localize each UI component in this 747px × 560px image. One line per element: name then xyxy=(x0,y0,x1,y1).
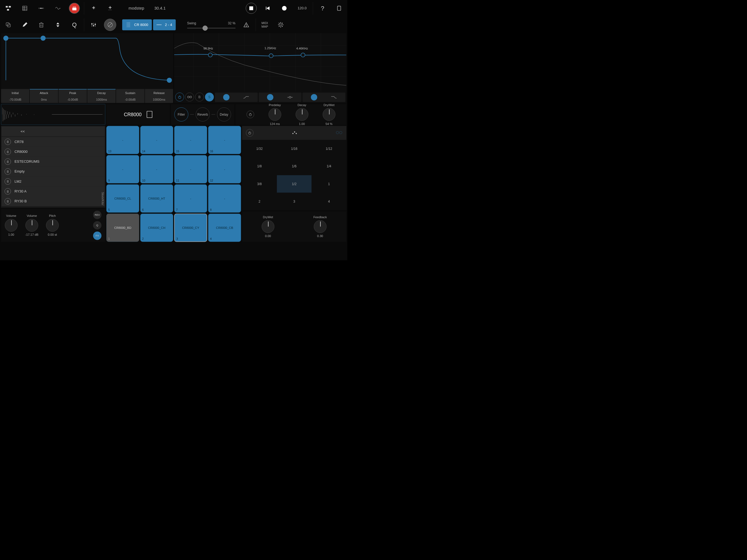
mixer-icon[interactable] xyxy=(85,17,102,33)
eq-link-button[interactable] xyxy=(185,93,194,102)
rev-button[interactable]: REV xyxy=(93,211,101,219)
fx-reverb-node[interactable]: Reverb xyxy=(196,107,210,121)
division-2[interactable]: 2 xyxy=(242,193,277,210)
division-1[interactable]: 1 xyxy=(312,175,346,193)
division-1-32[interactable]: 1/32 xyxy=(242,140,277,157)
arp-pattern-icon[interactable] xyxy=(292,131,298,135)
kit-item[interactable]: |||CR8000 xyxy=(2,147,105,157)
drum-pad-9[interactable]: -9 xyxy=(106,155,139,183)
eq-s-button[interactable]: S xyxy=(205,93,214,102)
volume-knob[interactable] xyxy=(25,219,38,232)
drum-pad-12[interactable]: -12 xyxy=(208,155,241,183)
drum-pad-7[interactable]: -7 xyxy=(174,184,207,212)
drum-pad-5[interactable]: CR8000_CL5 xyxy=(106,184,139,212)
bpm-value[interactable]: 120.0 xyxy=(292,0,312,17)
document-button[interactable] xyxy=(331,0,347,17)
warning-icon[interactable] xyxy=(238,17,254,33)
division-3-8[interactable]: 3/8 xyxy=(242,175,277,193)
eq-band-2[interactable] xyxy=(259,93,302,102)
eq-power-button[interactable] xyxy=(175,93,184,102)
kit-item[interactable]: |||ESTECDRUMS xyxy=(2,157,105,167)
drum-pad-16[interactable]: -16 xyxy=(208,126,241,154)
env-param-peak[interactable]: Peak-0.00dB xyxy=(58,89,87,103)
arp-power-button[interactable] xyxy=(246,129,254,137)
add-row-icon[interactable] xyxy=(102,0,118,17)
fx-delay-node[interactable]: Delay xyxy=(217,107,231,121)
division-1-6[interactable]: 1/6 xyxy=(277,157,311,175)
division-1-16[interactable]: 1/16 xyxy=(277,140,311,157)
fx-button[interactable]: FX xyxy=(93,232,101,240)
kit-item[interactable]: |||LM2 xyxy=(2,176,105,186)
kit-item[interactable]: |||RY30 A xyxy=(2,186,105,196)
quantize-button[interactable]: Q xyxy=(66,17,83,33)
wave-icon[interactable] xyxy=(50,0,66,17)
eq-band-1[interactable] xyxy=(215,93,258,102)
rewind-button[interactable] xyxy=(259,0,276,17)
drum-pad-1[interactable]: CR8000_BD1 xyxy=(106,213,139,242)
arp-link-icon[interactable] xyxy=(336,131,343,135)
svg-point-46 xyxy=(159,24,160,25)
predelay-knob[interactable] xyxy=(268,108,281,121)
edit-icon[interactable] xyxy=(17,17,33,33)
envelope-panel[interactable]: Initial-70.00dBAttack0msPeak-0.00dBDecay… xyxy=(1,33,173,103)
sample-name: CR8000 xyxy=(124,112,141,117)
drum-pad-15[interactable]: -15 xyxy=(174,126,207,154)
env-param-sustain[interactable]: Sustain-0.00dB xyxy=(116,89,145,103)
steps-icon[interactable] xyxy=(33,0,50,17)
env-param-attack[interactable]: Attack0ms xyxy=(30,89,58,103)
waveform-panel[interactable] xyxy=(1,104,105,125)
division-1-12[interactable]: 1/12 xyxy=(312,140,346,157)
delay-drywet-knob[interactable] xyxy=(262,220,275,233)
volume-knob[interactable] xyxy=(5,219,18,232)
swing-slider[interactable] xyxy=(187,28,235,28)
copy-icon[interactable] xyxy=(0,17,17,33)
drum-pad-11[interactable]: -11 xyxy=(174,155,207,183)
track-pill[interactable]: CR 8000 xyxy=(122,19,152,30)
reverb-power-button[interactable] xyxy=(247,111,254,119)
null-icon[interactable] xyxy=(102,17,118,33)
help-button[interactable]: ? xyxy=(314,0,331,17)
drum-pad-3[interactable]: CR8000_CY3 xyxy=(174,213,207,242)
range-pill[interactable]: 2 - 4 xyxy=(153,19,176,30)
kit-item[interactable]: |||Empty xyxy=(2,167,105,176)
kit-back-button[interactable]: << xyxy=(2,126,105,136)
svg-point-9 xyxy=(42,8,42,8)
kit-item[interactable]: |||RY30 B xyxy=(2,196,105,206)
drum-pad-14[interactable]: -14 xyxy=(140,126,173,154)
delay-feedback-knob[interactable] xyxy=(314,220,327,233)
drum-pad-10[interactable]: -10 xyxy=(140,155,173,183)
drum-machine-icon[interactable] xyxy=(66,0,83,17)
drum-pad-4[interactable]: CR8000_CB4 xyxy=(208,213,241,242)
drum-pad-13[interactable]: -13 xyxy=(106,126,139,154)
midi-map-button[interactable]: MIDI MAP xyxy=(257,17,272,33)
session-view-icon[interactable] xyxy=(0,0,17,17)
env-param-release[interactable]: Release10000ms xyxy=(145,89,173,103)
stop-button[interactable] xyxy=(243,0,259,17)
eq-band-3[interactable] xyxy=(302,93,345,102)
record-button[interactable] xyxy=(276,0,292,17)
division-1-8[interactable]: 1/8 xyxy=(242,157,277,175)
division-3[interactable]: 3 xyxy=(277,193,311,210)
list-view-icon[interactable] xyxy=(17,0,33,17)
delete-icon[interactable] xyxy=(33,17,50,33)
eq-panel[interactable]: 98.9Hz 1.25KHz 4.46KHz B S xyxy=(174,33,346,103)
division-1-2[interactable]: 1/2 xyxy=(277,175,311,193)
drywet-knob[interactable] xyxy=(323,108,335,121)
settings-icon[interactable] xyxy=(272,17,289,33)
fx-filter-node[interactable]: Filter xyxy=(175,107,188,121)
env-param-initial[interactable]: Initial-70.00dB xyxy=(1,89,29,103)
kit-item[interactable]: |||CR78 xyxy=(2,137,105,147)
q-button[interactable]: Q xyxy=(93,221,101,230)
division-1-4[interactable]: 1/4 xyxy=(312,157,346,175)
add-column-icon[interactable] xyxy=(85,0,102,17)
decay-knob[interactable] xyxy=(295,108,308,121)
sort-icon[interactable] xyxy=(50,17,66,33)
pitch-knob[interactable] xyxy=(46,219,59,232)
drum-pad-2[interactable]: CR8000_CH2 xyxy=(140,213,173,242)
env-param-decay[interactable]: Decay1000ms xyxy=(87,89,115,103)
document-icon[interactable] xyxy=(147,111,152,118)
eq-b-button[interactable]: B xyxy=(195,93,204,102)
drum-pad-6[interactable]: CR8000_HT6 xyxy=(140,184,173,212)
drum-pad-8[interactable]: -8 xyxy=(208,184,241,212)
division-4[interactable]: 4 xyxy=(312,193,346,210)
